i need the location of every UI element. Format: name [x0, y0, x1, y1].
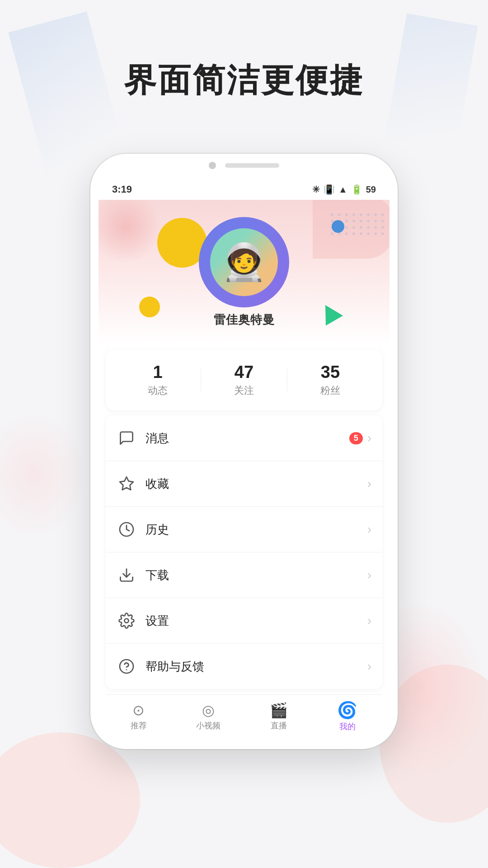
- nav-label-profile: 我的: [339, 721, 356, 732]
- stat-number-fans: 35: [321, 363, 340, 382]
- page-title: 界面简洁更便捷: [0, 0, 488, 129]
- avatar: 🧑‍🚀: [210, 228, 278, 296]
- username: 雷佳奥特曼: [214, 312, 275, 328]
- status-bar: 3:19 ✳ 📳 ▲ 🔋 59: [99, 175, 389, 200]
- person-circle-icon: 🌀: [337, 702, 357, 718]
- stat-label-dynamic: 动态: [148, 384, 168, 397]
- menu-label-history: 历史: [145, 522, 367, 538]
- menu-label-help: 帮助与反馈: [145, 659, 367, 675]
- help-icon: [117, 656, 136, 676]
- menu-list: 消息 5 › 收藏 › 历史: [106, 415, 382, 689]
- menu-item-download[interactable]: 下载 ›: [106, 552, 382, 598]
- video-camera-icon: 🎬: [270, 703, 288, 717]
- bottom-nav: ⊙ 推荐 ◎ 小视频 🎬 直播 🌀 我的: [106, 694, 382, 741]
- menu-label-messages: 消息: [145, 430, 349, 446]
- phone-speaker: [225, 163, 279, 168]
- bluetooth-icon: ✳: [312, 184, 320, 195]
- stat-item-dynamic[interactable]: 1 动态: [115, 363, 201, 397]
- phone-top-bar: [99, 162, 389, 169]
- nav-label-recommend: 推荐: [131, 720, 147, 731]
- home-icon: ⊙: [132, 703, 145, 717]
- battery-icon: 🔋: [351, 184, 362, 195]
- svg-point-3: [125, 619, 129, 623]
- nav-item-live[interactable]: 🎬 直播: [270, 703, 288, 731]
- chevron-right-icon: ›: [367, 431, 371, 445]
- nav-label-short-video: 小视频: [196, 720, 221, 731]
- chevron-right-icon: ›: [367, 613, 371, 628]
- svg-marker-0: [120, 477, 133, 490]
- battery-level: 59: [366, 184, 376, 195]
- phone-mockup: 3:19 ✳ 📳 ▲ 🔋 59: [90, 154, 398, 749]
- chat-icon: [117, 428, 136, 448]
- settings-icon: [117, 611, 136, 631]
- menu-item-settings[interactable]: 设置 ›: [106, 598, 382, 644]
- decor-triangle-green: [317, 300, 343, 326]
- status-time: 3:19: [112, 184, 132, 195]
- avatar-bg-circle: 🧑‍🚀: [199, 217, 289, 307]
- stat-item-fans[interactable]: 35 粉丝: [287, 363, 373, 397]
- menu-item-help[interactable]: 帮助与反馈 ›: [106, 644, 382, 689]
- play-circle-icon: ◎: [202, 703, 215, 717]
- menu-item-history[interactable]: 历史 ›: [106, 507, 382, 552]
- chevron-right-icon: ›: [367, 522, 371, 537]
- phone-screen: 3:19 ✳ 📳 ▲ 🔋 59: [99, 175, 389, 741]
- decor-dot-grid: [331, 213, 385, 235]
- stat-label-following: 关注: [234, 384, 254, 397]
- decor-circle-yellow-sm: [139, 297, 160, 317]
- download-icon: [117, 565, 136, 585]
- stat-item-following[interactable]: 47 关注: [201, 363, 287, 397]
- avatar-container[interactable]: 🧑‍🚀 雷佳奥特曼: [199, 217, 289, 328]
- svg-point-4: [120, 660, 133, 673]
- avatar-emoji: 🧑‍🚀: [221, 244, 267, 280]
- menu-label-settings: 设置: [145, 613, 367, 629]
- decor-blob-tl: [99, 200, 162, 263]
- profile-header: 🧑‍🚀 雷佳奥特曼: [99, 200, 389, 344]
- chevron-right-icon: ›: [367, 568, 371, 582]
- clock-icon: [117, 519, 136, 539]
- chevron-right-icon: ›: [367, 659, 371, 674]
- menu-item-messages[interactable]: 消息 5 ›: [106, 415, 382, 461]
- stat-label-fans: 粉丝: [320, 384, 340, 397]
- nav-item-recommend[interactable]: ⊙ 推荐: [131, 703, 147, 731]
- menu-item-favorites[interactable]: 收藏 ›: [106, 461, 382, 507]
- signal-icon: ▲: [338, 184, 347, 195]
- messages-badge: 5: [349, 432, 363, 444]
- menu-label-download: 下载: [145, 567, 367, 583]
- status-icons: ✳ 📳 ▲ 🔋 59: [312, 184, 376, 195]
- nav-item-profile[interactable]: 🌀 我的: [337, 702, 357, 732]
- phone-camera: [209, 162, 216, 169]
- menu-label-favorites: 收藏: [145, 476, 367, 492]
- star-icon: [117, 474, 136, 494]
- nav-label-live: 直播: [271, 720, 287, 731]
- stats-row: 1 动态 47 关注 35 粉丝: [106, 350, 382, 410]
- stat-number-following: 47: [235, 363, 253, 382]
- nav-item-short-video[interactable]: ◎ 小视频: [196, 703, 221, 731]
- vibrate-icon: 📳: [324, 184, 335, 195]
- stat-number-dynamic: 1: [153, 363, 162, 382]
- chevron-right-icon: ›: [367, 476, 371, 491]
